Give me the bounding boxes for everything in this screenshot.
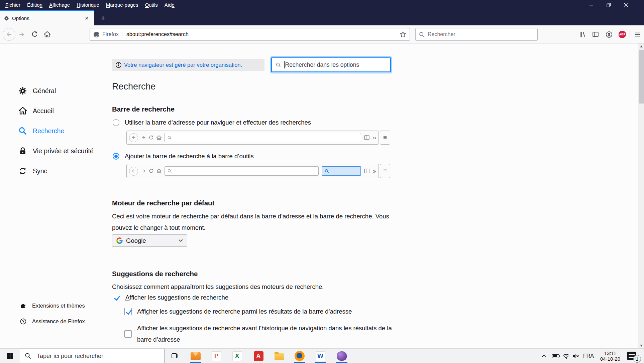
tray-chevron-up-icon[interactable] (539, 349, 548, 363)
scroll-down-button[interactable] (638, 343, 644, 348)
sidebar-item-vie-privee[interactable]: Vie privée et sécurité (19, 146, 94, 156)
checkbox[interactable] (113, 294, 120, 301)
menu-fichier[interactable]: Fichier (2, 0, 24, 10)
suggestions-description: Choisissez comment apparaîtront les sugg… (112, 281, 393, 293)
bookmark-star-icon[interactable] (400, 31, 406, 38)
title-bar: Fichier Édition Affichage Historique Mar… (0, 0, 644, 10)
default-engine-select[interactable]: Google (112, 234, 187, 247)
home-icon (156, 135, 162, 140)
sidebar-item-recherche[interactable]: Recherche (19, 126, 64, 136)
content-scrollbar[interactable] (638, 43, 644, 348)
section-heading-search-bar: Barre de recherche (112, 105, 175, 113)
tab-close-icon[interactable]: × (84, 14, 90, 22)
scrollbar-thumb[interactable] (639, 50, 644, 104)
question-circle-icon (20, 318, 26, 325)
identity-label: Firefox (102, 31, 119, 37)
taskbar-app-excel[interactable]: X (229, 349, 245, 363)
checkbox-show-suggestions[interactable]: Afficher les suggestions de recherche (113, 294, 228, 301)
page-title: Recherche (112, 81, 156, 92)
taskbar-app-explorer[interactable] (271, 349, 287, 363)
forward-arrow-icon (141, 169, 146, 173)
toolbar-search-bar[interactable]: Rechercher (415, 28, 538, 41)
radio-button[interactable] (113, 153, 119, 160)
menu-affichage[interactable]: Affichage (46, 0, 73, 10)
taskbar-app-acrobat[interactable]: A (250, 349, 266, 363)
account-button[interactable] (602, 28, 616, 41)
close-button[interactable] (617, 0, 635, 10)
radio-option-add-search-bar[interactable]: Ajouter la barre de recherche à la barre… (113, 153, 254, 160)
url-text[interactable]: about:preferences#search (126, 31, 400, 37)
notification-count-badge[interactable]: 1 (633, 355, 641, 363)
menu-outils[interactable]: Outils (141, 0, 161, 10)
restore-button[interactable] (600, 0, 617, 10)
forward-arrow-icon (141, 135, 146, 140)
hamburger-menu-button[interactable] (631, 28, 644, 41)
start-button[interactable] (0, 349, 20, 363)
navigation-toolbar: Firefox about:preferences#search Recherc… (0, 25, 644, 43)
checkbox[interactable] (124, 330, 132, 338)
forward-button[interactable] (15, 28, 28, 41)
sidebar-item-sync[interactable]: Sync (19, 166, 47, 176)
reload-icon (31, 31, 38, 37)
gear-icon (4, 16, 9, 21)
section-heading-suggestions: Suggestions de recherche (112, 270, 198, 278)
forward-arrow-icon (18, 31, 25, 38)
taskbar-search-box[interactable]: Taper ici pour rechercher (20, 349, 165, 363)
overflow-chevrons-icon: » (372, 134, 376, 141)
window-controls (582, 0, 635, 10)
sidebar-item-assistance[interactable]: Assistance de Firefox (20, 317, 85, 326)
search-field-highlighted-illustration (322, 166, 361, 176)
tab-title: Options (12, 15, 84, 21)
find-in-options-field[interactable]: Rechercher dans les options (271, 57, 391, 72)
menu-historique[interactable]: Historique (73, 0, 103, 10)
home-button[interactable] (41, 28, 53, 41)
word-icon: W (316, 351, 325, 361)
minimize-button[interactable] (582, 0, 600, 10)
menu-edition[interactable]: Édition (24, 0, 46, 10)
wifi-icon[interactable] (561, 349, 571, 363)
policy-notice-link[interactable]: Votre navigateur est géré par votre orga… (124, 62, 242, 68)
home-icon (19, 107, 27, 115)
radio-option-address-bar[interactable]: Utiliser la barre d’adresse pour navigue… (113, 119, 311, 126)
url-bar[interactable]: Firefox about:preferences#search (90, 28, 410, 41)
purple-app-icon (337, 351, 347, 361)
firefox-icon (295, 351, 305, 361)
gear-icon (19, 87, 27, 95)
task-view-button[interactable] (167, 349, 183, 363)
sidebar-item-general[interactable]: Général (19, 86, 56, 96)
search-icon (25, 353, 31, 359)
checkbox-suggestions-before-history[interactable]: Afficher les suggestions de recherche av… (124, 323, 405, 345)
scroll-up-button[interactable] (638, 43, 644, 49)
menu-aide[interactable]: Aide (161, 0, 178, 10)
taskbar-app-powerpoint[interactable]: P (208, 349, 224, 363)
battery-icon[interactable] (550, 349, 560, 363)
menu-marque-pages[interactable]: Marque-pages (103, 0, 142, 10)
windows-taskbar: Taper ici pour rechercher P X A W FRA 13… (0, 348, 644, 363)
taskbar-search-placeholder: Taper ici pour rechercher (37, 353, 103, 360)
adblock-plus-icon[interactable]: ABP (616, 28, 629, 41)
new-tab-button[interactable]: + (96, 10, 110, 25)
taskbar-app-firefox[interactable] (292, 349, 308, 363)
sidebar-item-extensions[interactable]: Extensions et thèmes (20, 301, 85, 310)
powerpoint-icon: P (212, 351, 221, 361)
home-icon (44, 31, 50, 38)
radio-button[interactable] (113, 119, 119, 126)
sidebar-toggle-button[interactable] (589, 28, 602, 41)
language-indicator[interactable]: FRA (582, 349, 595, 363)
library-button[interactable] (575, 28, 589, 41)
tab-options[interactable]: Options × (0, 10, 94, 25)
search-icon (276, 62, 281, 67)
selected-engine-label: Google (126, 237, 179, 244)
menu-bar: Fichier Édition Affichage Historique Mar… (0, 0, 178, 10)
taskbar-app-purple[interactable] (334, 349, 350, 363)
sidebar-item-accueil[interactable]: Accueil (19, 106, 54, 116)
envelope-icon (191, 352, 201, 360)
taskbar-app-word[interactable]: W (312, 349, 328, 363)
volume-muted-icon[interactable] (571, 349, 581, 363)
taskbar-clock[interactable]: 13:11 04-10-20 (597, 350, 623, 362)
taskbar-app-mail[interactable] (188, 349, 204, 363)
checkbox-suggestions-in-address-bar[interactable]: Afficher les suggestions de recherche pa… (124, 308, 352, 315)
checkbox[interactable] (124, 308, 132, 315)
back-button[interactable] (3, 28, 15, 41)
reload-button[interactable] (28, 28, 41, 41)
